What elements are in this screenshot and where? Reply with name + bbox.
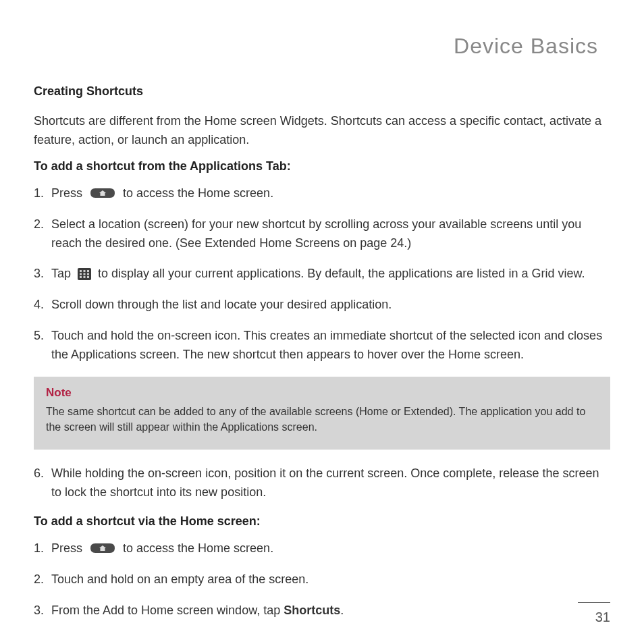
svg-rect-4: [80, 273, 82, 275]
home-key-icon: [88, 541, 117, 554]
steps-list-1: Press to access the Home screen. Select …: [34, 184, 610, 365]
home-key-icon: [88, 186, 117, 198]
subheading-home-screen: To add a shortcut via the Home screen:: [34, 514, 610, 529]
svg-rect-7: [80, 276, 82, 278]
intro-paragraph: Shortcuts are different from the Home sc…: [34, 112, 610, 150]
page-title: Device Basics: [34, 34, 610, 59]
page-number-area: 31: [578, 602, 610, 625]
note-label: Note: [46, 386, 598, 400]
step-text: to display all your current applications…: [98, 267, 585, 280]
document-page: Device Basics Creating Shortcuts Shortcu…: [0, 0, 644, 644]
svg-rect-5: [84, 273, 86, 275]
step-6: While holding the on-screen icon, positi…: [34, 464, 610, 502]
svg-rect-8: [84, 276, 86, 278]
grid-apps-icon: [77, 267, 92, 281]
shortcuts-bold: Shortcuts: [284, 603, 340, 617]
step-text: to access the Home screen.: [123, 186, 273, 200]
step-text: Press: [51, 541, 86, 555]
page-number-rule: [578, 602, 610, 603]
svg-rect-6: [87, 273, 89, 275]
svg-rect-2: [84, 270, 86, 272]
step-text: Tap: [51, 267, 74, 280]
step-1: Press to access the Home screen.: [34, 184, 610, 203]
subheading-apps-tab: To add a shortcut from the Applications …: [34, 159, 610, 173]
svg-rect-1: [80, 270, 82, 272]
svg-rect-3: [87, 270, 89, 272]
step-3: Tap to display all your current applicat…: [34, 265, 610, 284]
step-text: .: [340, 603, 344, 617]
step-1b: Press to access the Home screen.: [34, 539, 610, 558]
step-2: Select a location (screen) for your new …: [34, 215, 610, 253]
step-4: Scroll down through the list and locate …: [34, 296, 610, 315]
section-heading: Creating Shortcuts: [34, 84, 610, 99]
note-text: The same shortcut can be added to any of…: [46, 404, 598, 435]
step-3b: From the Add to Home screen window, tap …: [34, 601, 610, 620]
page-number: 31: [578, 610, 610, 625]
step-text: From the Add to Home screen window, tap: [51, 603, 284, 617]
note-box: Note The same shortcut can be added to a…: [34, 377, 610, 450]
step-text: to access the Home screen.: [123, 541, 273, 555]
step-text: Press: [51, 186, 86, 200]
steps-list-1-cont: While holding the on-screen icon, positi…: [34, 464, 610, 502]
step-5: Touch and hold the on-screen icon. This …: [34, 327, 610, 365]
svg-rect-9: [87, 276, 89, 278]
step-2b: Touch and hold on an empty area of the s…: [34, 570, 610, 589]
steps-list-2: Press to access the Home screen. Touch a…: [34, 539, 610, 620]
